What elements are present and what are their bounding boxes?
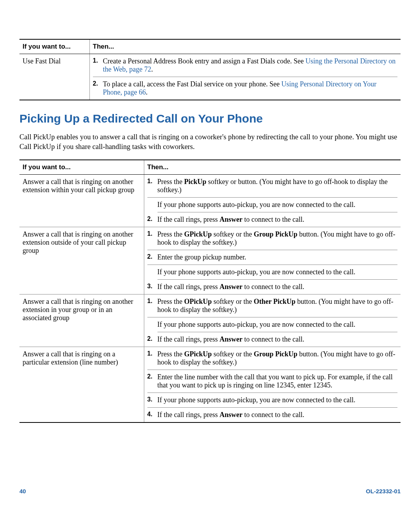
- step-number: 1.: [147, 298, 158, 314]
- step-item: 1.Press the GPickUp softkey or the Group…: [147, 350, 398, 370]
- step-item: 4.If the call rings, press Answer to con…: [147, 411, 398, 419]
- want-cell: Answer a call that is ringing on another…: [19, 294, 144, 347]
- table-row: Use Fast Dial1.Create a Personal Address…: [19, 54, 401, 100]
- step-number: 3.: [147, 283, 158, 291]
- then-cell: 1.Press the GPickUp softkey or the Group…: [144, 347, 401, 422]
- step-text: Create a Personal Address Book entry and…: [103, 57, 398, 74]
- step-item: 3.If your phone supports auto-pickup, yo…: [147, 396, 398, 408]
- step-sub: If your phone supports auto-pickup, you …: [158, 201, 398, 212]
- step-text: Press the GPickUp softkey or the Group P…: [158, 230, 398, 247]
- step-item: 3.If the call rings, press Answer to con…: [147, 283, 398, 291]
- then-cell: 1.Create a Personal Address Book entry a…: [89, 54, 401, 100]
- step-number: 2.: [147, 373, 158, 389]
- emphasis: OPickUp: [184, 298, 212, 305]
- step-number: 1.: [147, 350, 158, 366]
- step-text: If the call rings, press Answer to conne…: [158, 411, 398, 419]
- table2-header-want: If you want to...: [19, 160, 144, 175]
- emphasis: PickUp: [184, 178, 206, 186]
- emphasis: Group PickUp: [254, 230, 298, 238]
- step-text: Press the GPickUp softkey or the Group P…: [158, 350, 398, 366]
- step-text: To place a call, access the Fast Dial se…: [103, 80, 398, 96]
- step-text: If the call rings, press Answer to conne…: [158, 283, 398, 291]
- step-number: 3.: [147, 396, 158, 404]
- step-item: 2.Enter the group pickup number.: [147, 253, 398, 265]
- step-text: If the call rings, press Answer to conne…: [158, 216, 398, 224]
- emphasis: GPickUp: [184, 230, 212, 238]
- step-text: Enter the line number with the call that…: [158, 373, 398, 389]
- emphasis: Answer: [219, 216, 242, 223]
- emphasis: Other PickUp: [254, 298, 296, 305]
- table2-header-then: Then...: [144, 160, 401, 175]
- step-item: 2.To place a call, access the Fast Dial …: [93, 80, 398, 96]
- table-row: Answer a call that is ringing on another…: [19, 174, 401, 227]
- then-cell: 1.Press the GPickUp softkey or the Group…: [144, 227, 401, 294]
- step-number: 2.: [93, 80, 103, 96]
- step-text: Press the OPickUp softkey or the Other P…: [158, 298, 398, 314]
- step-number: 2.: [147, 216, 158, 224]
- cross-reference-link[interactable]: Using Personal Directory on Your Phone, …: [103, 80, 377, 96]
- step-number: 4.: [147, 411, 158, 419]
- step-text: If your phone supports auto-pickup, you …: [158, 396, 398, 404]
- step-item: 2.Enter the line number with the call th…: [147, 373, 398, 393]
- step-item: 2.If the call rings, press Answer to con…: [147, 335, 398, 344]
- table-row: Answer a call that is ringing on another…: [19, 227, 401, 294]
- emphasis: Answer: [219, 411, 242, 419]
- step-number: 2.: [147, 335, 158, 344]
- pickup-table: If you want to... Then... Answer a call …: [19, 159, 401, 423]
- step-number: 2.: [147, 253, 158, 261]
- cross-reference-link[interactable]: Using the Personal Directory on the Web,…: [103, 57, 396, 73]
- emphasis: Group PickUp: [254, 350, 298, 358]
- want-cell: Answer a call that is ringing on a parti…: [19, 347, 144, 422]
- emphasis: GPickUp: [184, 350, 212, 358]
- want-cell: Use Fast Dial: [19, 54, 89, 100]
- step-item: 2.If the call rings, press Answer to con…: [147, 216, 398, 224]
- step-item: 1.Press the GPickUp softkey or the Group…: [147, 230, 398, 250]
- fast-dial-table: If you want to... Then... Use Fast Dial1…: [19, 39, 401, 100]
- page-footer: 40 OL-22332-01: [19, 488, 401, 494]
- then-cell: 1.Press the OPickUp softkey or the Other…: [144, 294, 401, 347]
- step-number: 1.: [93, 57, 103, 74]
- step-text: If the call rings, press Answer to conne…: [158, 335, 398, 344]
- page-number: 40: [19, 488, 26, 494]
- want-cell: Answer a call that is ringing on another…: [19, 227, 144, 294]
- section-heading: Picking Up a Redirected Call on Your Pho…: [19, 112, 401, 125]
- emphasis: Answer: [219, 283, 242, 291]
- step-item: 1.Create a Personal Address Book entry a…: [93, 57, 398, 77]
- then-cell: 1.Press the PickUp softkey or button. (Y…: [144, 174, 401, 227]
- document-id: OL-22332-01: [366, 488, 401, 494]
- step-item: 1.Press the PickUp softkey or button. (Y…: [147, 178, 398, 198]
- step-sub: If your phone supports auto-pickup, you …: [158, 321, 398, 332]
- step-text: Press the PickUp softkey or button. (You…: [158, 178, 398, 194]
- step-item: 1.Press the OPickUp softkey or the Other…: [147, 298, 398, 317]
- step-text: Enter the group pickup number.: [158, 253, 398, 261]
- step-number: 1.: [147, 230, 158, 247]
- table1-header-want: If you want to...: [19, 39, 89, 54]
- intro-paragraph: Call PickUp enables you to answer a call…: [19, 132, 401, 152]
- table1-header-then: Then...: [89, 39, 401, 54]
- table-row: Answer a call that is ringing on another…: [19, 294, 401, 347]
- emphasis: Answer: [219, 335, 242, 343]
- want-cell: Answer a call that is ringing on another…: [19, 174, 144, 227]
- table-row: Answer a call that is ringing on a parti…: [19, 347, 401, 422]
- step-number: 1.: [147, 178, 158, 194]
- step-sub: If your phone supports auto-pickup, you …: [158, 268, 398, 280]
